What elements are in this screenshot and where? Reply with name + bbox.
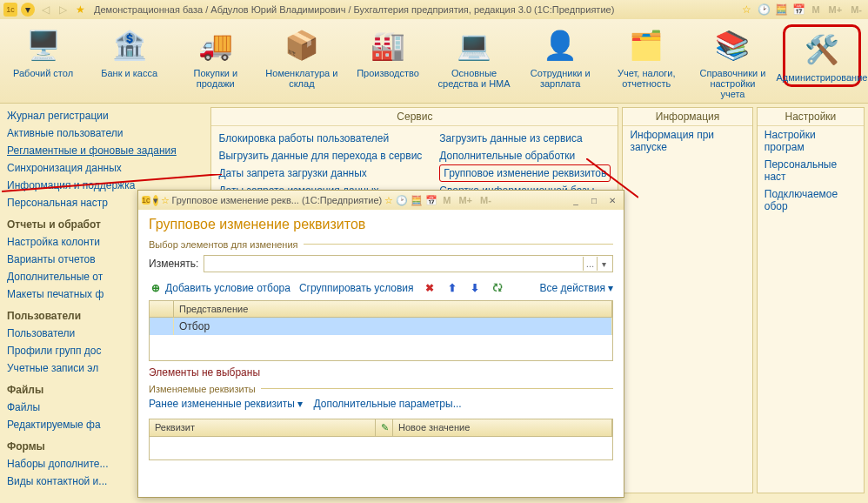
m-minus-btn[interactable]: M- (848, 4, 865, 15)
main-toolbar: 🖥️Рабочий стол 🏦Банк и касса 🚚Покупки и … (0, 19, 868, 104)
tool-desktop[interactable]: 🖥️Рабочий стол (7, 24, 79, 82)
info-panel: Информация Информация при запуске (622, 107, 752, 493)
status-none: Элементы не выбраны (149, 361, 613, 384)
settings-panel: Настройки Настройки програм Персональные… (757, 107, 865, 493)
m-btn[interactable]: M (809, 4, 822, 15)
svc-extra[interactable]: Дополнительные обработки (439, 147, 611, 164)
nav-fwd-icon[interactable]: ▷ (56, 3, 70, 17)
grid-head-repr: Представление (174, 301, 612, 317)
modal-hist-icon[interactable]: 🕑 (396, 195, 408, 206)
tool-admin[interactable]: 🛠️Администрирование (783, 24, 861, 87)
fs-selection: Выбор элементов для изменения (149, 239, 613, 250)
svc-export[interactable]: Выгрузить данные для перехода в сервис (218, 147, 422, 164)
modal-heading: Групповое изменение реквизитов (149, 217, 613, 239)
down-icon[interactable]: ⬇ (468, 281, 482, 295)
modal-close-btn[interactable]: ✕ (604, 194, 620, 206)
info-head: Информация (623, 108, 751, 126)
group-filter-btn[interactable]: Сгруппировать условия (299, 282, 414, 294)
svc-load-dates[interactable]: Даты запрета загрузки данных (218, 164, 422, 182)
main-titlebar: 1c ▾ ◁ ▷ ★ Демонстрационная база / Абдул… (0, 0, 868, 19)
tool-sales[interactable]: 🚚Покупки и продажи (179, 24, 251, 92)
service-head: Сервис (211, 108, 618, 126)
settings-personal[interactable]: Персональные наст (758, 156, 864, 185)
plus-icon: ⊕ (149, 281, 163, 295)
modal-title: Групповое изменение рекв... (1С:Предприя… (172, 195, 383, 205)
delete-icon[interactable]: ✖ (423, 281, 437, 295)
history-icon[interactable]: 🕑 (757, 3, 771, 17)
g2-col2: Новое значение (393, 419, 612, 436)
modal-star-icon[interactable]: ☆ (161, 195, 170, 206)
change-combo[interactable]: … ▾ (204, 255, 613, 272)
tool-production[interactable]: 🏭Производство (351, 24, 424, 82)
sb-scheduled[interactable]: Регламентные и фоновые задания (7, 142, 204, 159)
dropdown-icon[interactable]: ▾ (21, 3, 35, 17)
modal-fav-icon[interactable]: ☆ (384, 195, 393, 206)
settings-prog[interactable]: Настройки програм (758, 126, 864, 156)
modal-min-btn[interactable]: _ (568, 194, 584, 206)
sb-active-users[interactable]: Активные пользователи (7, 124, 204, 142)
modal-group-change: 1c ▾ ☆ Групповое изменение рекв... (1С:П… (137, 190, 624, 498)
sb-journal[interactable]: Журнал регистрации (7, 107, 204, 124)
modal-app-icon: 1c (142, 196, 150, 205)
prev-changed-link[interactable]: Ранее измененные реквизиты ▾ (149, 398, 303, 410)
tool-ref[interactable]: 📚Справочники и настройки учета (697, 24, 769, 103)
favorite-icon[interactable]: ★ (73, 3, 87, 17)
calendar-icon[interactable]: 📅 (791, 3, 805, 17)
modal-mminus[interactable]: M- (477, 195, 494, 205)
nav-back-icon[interactable]: ◁ (38, 3, 52, 17)
tool-bank[interactable]: 🏦Банк и касса (93, 24, 165, 82)
window-title: Демонстрационная база / Абдулов Юрий Вла… (94, 4, 614, 15)
modal-toolbar: ⊕Добавить условие отбора Сгруппировать у… (149, 276, 613, 300)
service-col1: Блокировка работы пользователей Выгрузит… (218, 130, 422, 199)
grid-row-sel[interactable]: Отбор (150, 318, 612, 335)
modal-dropdown-icon[interactable]: ▾ (153, 195, 158, 206)
change-label: Изменять: (149, 258, 198, 270)
g2-edit-col: ✎ (376, 419, 393, 436)
svc-group-change[interactable]: Групповое изменение реквизитов (439, 164, 611, 182)
pencil-icon: ✎ (381, 422, 389, 433)
modal-titlebar: 1c ▾ ☆ Групповое изменение рекв... (1С:П… (138, 191, 624, 210)
g2-col1: Реквизит (150, 419, 376, 436)
modal-calc-icon[interactable]: 🧮 (411, 195, 423, 206)
all-actions-btn[interactable]: Все действия ▾ (540, 282, 613, 294)
tool-stock[interactable]: 📦Номенклатура и склад (265, 24, 337, 92)
svc-import[interactable]: Загрузить данные из сервиса (439, 130, 611, 147)
m-plus-btn[interactable]: M+ (826, 4, 845, 15)
sb-sync[interactable]: Синхронизация данных (7, 159, 204, 177)
svc-block[interactable]: Блокировка работы пользователей (218, 130, 422, 147)
fs-attrs: Изменяемые реквизиты (149, 384, 613, 394)
star-icon[interactable]: ☆ (739, 3, 753, 17)
attrs-grid[interactable]: Реквизит ✎ Новое значение (149, 419, 613, 460)
filter-grid[interactable]: Представление Отбор (149, 300, 613, 361)
service-col2: Загрузить данные из сервиса Дополнительн… (439, 130, 611, 199)
settings-head: Настройки (758, 108, 864, 126)
refresh-icon[interactable]: 🗘 (491, 281, 504, 295)
add-filter-btn[interactable]: ⊕Добавить условие отбора (149, 281, 290, 295)
calc-icon[interactable]: 🧮 (774, 3, 788, 17)
tool-staff[interactable]: 👤Сотрудники и зарплата (524, 24, 597, 92)
up-icon[interactable]: ⬆ (445, 281, 459, 295)
combo-drop-icon[interactable]: ▾ (597, 257, 611, 271)
combo-list-icon[interactable]: … (583, 257, 597, 271)
tool-tax[interactable]: 🗂️Учет, налоги, отчетность (611, 24, 683, 92)
info-startup[interactable]: Информация при запуске (623, 126, 751, 156)
modal-mplus[interactable]: M+ (456, 195, 475, 205)
modal-max-btn[interactable]: □ (586, 194, 602, 206)
tool-assets[interactable]: 💻Основные средства и НМА (438, 24, 511, 92)
modal-m[interactable]: M (440, 195, 453, 205)
settings-equip[interactable]: Подключаемое обор (758, 185, 864, 215)
app-icon: 1c (3, 3, 17, 17)
modal-cal-icon[interactable]: 📅 (425, 195, 437, 206)
extra-params-link[interactable]: Дополнительные параметры... (313, 398, 461, 410)
